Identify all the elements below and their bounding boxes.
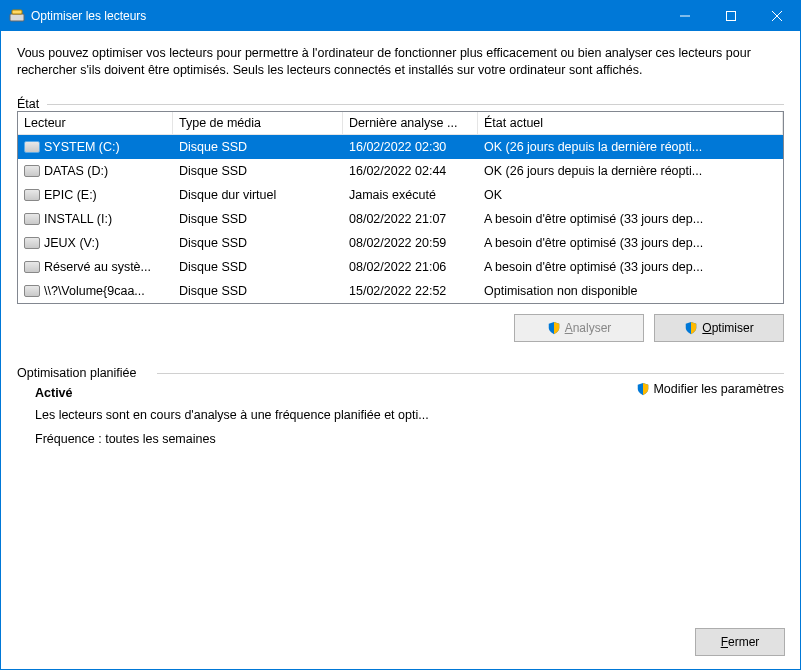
analyze-button: Analyser bbox=[514, 314, 644, 342]
last-run-cell: 08/02/2022 21:07 bbox=[343, 210, 478, 228]
app-icon bbox=[9, 8, 25, 24]
col-header-last[interactable]: Dernière analyse ... bbox=[343, 112, 478, 135]
content-area: Vous pouvez optimiser vos lecteurs pour … bbox=[1, 31, 800, 468]
media-type-cell: Disque SSD bbox=[173, 234, 343, 252]
media-type-cell: Disque SSD bbox=[173, 282, 343, 300]
table-row[interactable]: JEUX (V:)Disque SSD08/02/2022 20:59A bes… bbox=[18, 231, 783, 255]
window-controls bbox=[662, 1, 800, 31]
col-header-status[interactable]: État actuel bbox=[478, 112, 783, 135]
drive-name-label: Réservé au systè... bbox=[44, 260, 151, 274]
status-section-rule bbox=[47, 104, 784, 105]
drive-list[interactable]: Lecteur Type de média Dernière analyse .… bbox=[17, 111, 784, 304]
schedule-line2: Fréquence : toutes les semaines bbox=[35, 432, 636, 446]
optimize-button[interactable]: Optimiser bbox=[654, 314, 784, 342]
status-cell: A besoin d'être optimisé (33 jours dep..… bbox=[478, 210, 783, 228]
svg-rect-1 bbox=[12, 10, 22, 14]
drive-name-label: \\?\Volume{9caa... bbox=[44, 284, 145, 298]
last-run-cell: Jamais exécuté bbox=[343, 186, 478, 204]
drive-name-label: EPIC (E:) bbox=[44, 188, 97, 202]
drive-name-label: SYSTEM (C:) bbox=[44, 140, 120, 154]
media-type-cell: Disque SSD bbox=[173, 162, 343, 180]
media-type-cell: Disque dur virtuel bbox=[173, 186, 343, 204]
last-run-cell: 15/02/2022 22:52 bbox=[343, 282, 478, 300]
drive-icon bbox=[24, 141, 40, 153]
drive-name-label: INSTALL (I:) bbox=[44, 212, 112, 226]
last-run-cell: 08/02/2022 20:59 bbox=[343, 234, 478, 252]
drive-name-label: JEUX (V:) bbox=[44, 236, 99, 250]
media-type-cell: Disque SSD bbox=[173, 210, 343, 228]
close-label: Fermer bbox=[721, 635, 760, 649]
analyze-label: Analyser bbox=[565, 321, 612, 335]
status-cell: A besoin d'être optimisé (33 jours dep..… bbox=[478, 234, 783, 252]
table-row[interactable]: DATAS (D:)Disque SSD16/02/2022 02:44OK (… bbox=[18, 159, 783, 183]
media-type-cell: Disque SSD bbox=[173, 138, 343, 156]
schedule-info: Activé Les lecteurs sont en cours d'anal… bbox=[17, 380, 636, 456]
maximize-button[interactable] bbox=[708, 1, 754, 31]
titlebar: Optimiser les lecteurs bbox=[1, 1, 800, 31]
table-row[interactable]: SYSTEM (C:)Disque SSD16/02/2022 02:30OK … bbox=[18, 135, 783, 159]
drive-name-cell: SYSTEM (C:) bbox=[18, 138, 173, 156]
shield-icon bbox=[684, 321, 698, 335]
schedule-line1: Les lecteurs sont en cours d'analyse à u… bbox=[35, 408, 636, 422]
change-settings-button[interactable]: Modifier les paramètres bbox=[636, 380, 784, 398]
drive-icon bbox=[24, 165, 40, 177]
drive-list-body: SYSTEM (C:)Disque SSD16/02/2022 02:30OK … bbox=[18, 135, 783, 303]
last-run-cell: 16/02/2022 02:44 bbox=[343, 162, 478, 180]
table-row[interactable]: EPIC (E:)Disque dur virtuelJamais exécut… bbox=[18, 183, 783, 207]
col-header-media[interactable]: Type de média bbox=[173, 112, 343, 135]
status-cell: Optimisation non disponible bbox=[478, 282, 783, 300]
minimize-button[interactable] bbox=[662, 1, 708, 31]
schedule-row: Activé Les lecteurs sont en cours d'anal… bbox=[17, 380, 784, 456]
footer: Fermer bbox=[695, 628, 785, 656]
drive-icon bbox=[24, 285, 40, 297]
last-run-cell: 16/02/2022 02:30 bbox=[343, 138, 478, 156]
drive-name-label: DATAS (D:) bbox=[44, 164, 108, 178]
optimize-label: Optimiser bbox=[702, 321, 753, 335]
shield-icon bbox=[636, 382, 650, 396]
window-title: Optimiser les lecteurs bbox=[31, 9, 662, 23]
schedule-status-title: Activé bbox=[35, 386, 636, 400]
drive-list-header: Lecteur Type de média Dernière analyse .… bbox=[18, 112, 783, 135]
table-row[interactable]: INSTALL (I:)Disque SSD08/02/2022 21:07A … bbox=[18, 207, 783, 231]
close-button[interactable] bbox=[754, 1, 800, 31]
drive-name-cell: DATAS (D:) bbox=[18, 162, 173, 180]
drive-name-cell: Réservé au systè... bbox=[18, 258, 173, 276]
drive-icon bbox=[24, 261, 40, 273]
close-dialog-button[interactable]: Fermer bbox=[695, 628, 785, 656]
drive-name-cell: EPIC (E:) bbox=[18, 186, 173, 204]
svg-rect-0 bbox=[10, 14, 24, 21]
schedule-section-rule bbox=[157, 373, 784, 374]
change-settings-label: Modifier les paramètres bbox=[653, 382, 784, 396]
media-type-cell: Disque SSD bbox=[173, 258, 343, 276]
drive-icon bbox=[24, 213, 40, 225]
status-cell: OK (26 jours depuis la dernière réopti..… bbox=[478, 162, 783, 180]
col-header-drive[interactable]: Lecteur bbox=[18, 112, 173, 135]
table-row[interactable]: Réservé au systè...Disque SSD08/02/2022 … bbox=[18, 255, 783, 279]
last-run-cell: 08/02/2022 21:06 bbox=[343, 258, 478, 276]
shield-icon bbox=[547, 321, 561, 335]
drive-icon bbox=[24, 237, 40, 249]
status-cell: OK (26 jours depuis la dernière réopti..… bbox=[478, 138, 783, 156]
status-cell: A besoin d'être optimisé (33 jours dep..… bbox=[478, 258, 783, 276]
intro-text: Vous pouvez optimiser vos lecteurs pour … bbox=[17, 45, 784, 79]
drive-name-cell: INSTALL (I:) bbox=[18, 210, 173, 228]
svg-rect-3 bbox=[727, 12, 736, 21]
drive-icon bbox=[24, 189, 40, 201]
action-button-row: Analyser Optimiser bbox=[17, 314, 784, 342]
status-cell: OK bbox=[478, 186, 783, 204]
table-row[interactable]: \\?\Volume{9caa...Disque SSD15/02/2022 2… bbox=[18, 279, 783, 303]
drive-name-cell: \\?\Volume{9caa... bbox=[18, 282, 173, 300]
drive-name-cell: JEUX (V:) bbox=[18, 234, 173, 252]
